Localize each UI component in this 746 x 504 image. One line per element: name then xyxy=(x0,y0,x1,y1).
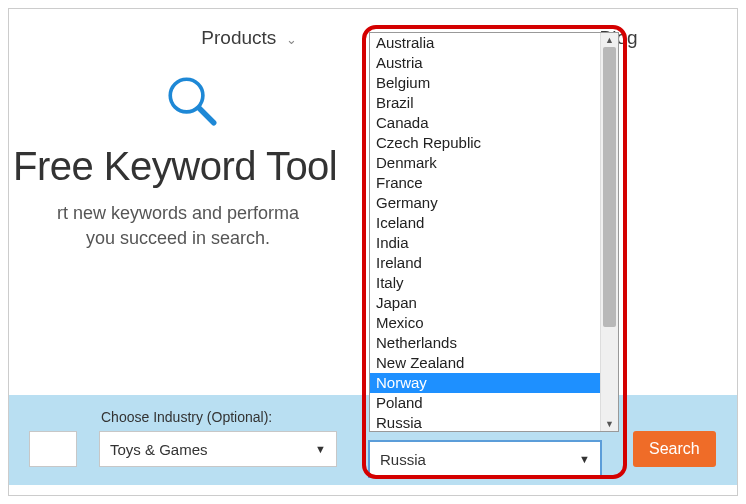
country-option[interactable]: Poland xyxy=(370,393,600,413)
industry-select-value: Toys & Games xyxy=(110,441,208,458)
scrollbar-thumb[interactable] xyxy=(603,47,616,327)
scroll-up-arrow-icon[interactable]: ▲ xyxy=(601,33,618,47)
country-option[interactable]: Japan xyxy=(370,293,600,313)
country-option[interactable]: New Zealand xyxy=(370,353,600,373)
country-option[interactable]: Italy xyxy=(370,273,600,293)
country-option[interactable]: Netherlands xyxy=(370,333,600,353)
caret-down-icon: ▼ xyxy=(579,453,590,465)
country-option[interactable]: Austria xyxy=(370,53,600,73)
country-select-value: Russia xyxy=(380,451,426,468)
magnifier-icon xyxy=(163,72,221,130)
country-option[interactable]: India xyxy=(370,233,600,253)
country-dropdown[interactable]: AustraliaAustriaBelgiumBrazilCanadaCzech… xyxy=(369,32,619,432)
caret-down-icon: ▼ xyxy=(315,443,326,455)
country-option[interactable]: Iceland xyxy=(370,213,600,233)
industry-label: Choose Industry (Optional): xyxy=(99,409,337,425)
country-option[interactable]: Canada xyxy=(370,113,600,133)
nav-products-label: Products xyxy=(201,27,276,48)
country-option[interactable]: Norway xyxy=(370,373,600,393)
country-option[interactable]: Brazil xyxy=(370,93,600,113)
country-option[interactable]: Australia xyxy=(370,33,600,53)
scroll-down-arrow-icon[interactable]: ▼ xyxy=(601,417,618,431)
country-option[interactable]: Belgium xyxy=(370,73,600,93)
hero-subtitle: rt new keywords and performa you succeed… xyxy=(13,201,343,251)
industry-select[interactable]: Toys & Games ▼ xyxy=(99,431,337,467)
country-option[interactable]: Germany xyxy=(370,193,600,213)
country-select[interactable]: Russia ▼ xyxy=(369,441,601,477)
keyword-input[interactable] xyxy=(29,431,77,467)
dropdown-scrollbar[interactable]: ▲ ▼ xyxy=(600,33,618,431)
country-option[interactable]: Russia xyxy=(370,413,600,431)
svg-line-1 xyxy=(199,108,214,123)
country-option[interactable]: Czech Republic xyxy=(370,133,600,153)
country-option[interactable]: Mexico xyxy=(370,313,600,333)
country-option[interactable]: France xyxy=(370,173,600,193)
country-option[interactable]: Denmark xyxy=(370,153,600,173)
nav-products[interactable]: Products ⌄ xyxy=(201,27,296,49)
chevron-down-icon: ⌄ xyxy=(286,32,297,47)
search-button[interactable]: Search xyxy=(633,431,716,467)
country-option[interactable]: Ireland xyxy=(370,253,600,273)
search-button-label: Search xyxy=(649,440,700,457)
